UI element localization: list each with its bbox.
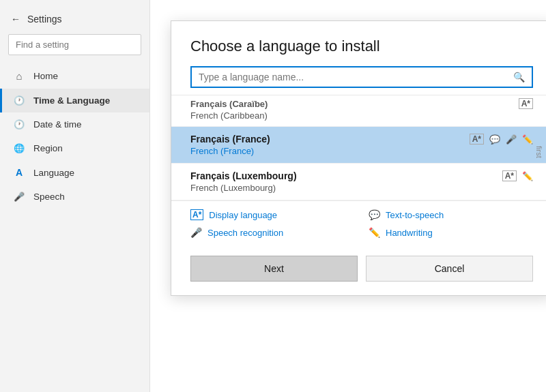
speech-recognition-icon: 🎤 [190, 227, 202, 238]
date-time-icon: 🕐 [13, 119, 25, 130]
handwriting-icon: ✏️ [369, 227, 380, 238]
feature-handwriting-label: Handwriting [386, 228, 433, 238]
language-search-input[interactable] [199, 72, 513, 82]
dialog-buttons: Next Cancel [171, 249, 546, 295]
lang-badge-edit: ✏️ [522, 171, 533, 181]
lang-badge-display: A* [470, 134, 484, 145]
lang-sub: French (France) [190, 146, 533, 156]
feature-speech-label: Speech recognition [207, 228, 283, 238]
sidebar-header: ← Settings [0, 7, 149, 30]
feature-text-to-speech: 💬 Text-to-speech [369, 209, 533, 220]
cancel-button[interactable]: Cancel [366, 256, 533, 282]
sidebar-title: Settings [27, 14, 62, 25]
lang-badge-edit: ✏️ [522, 134, 533, 145]
feature-handwriting: ✏️ Handwriting [369, 227, 533, 238]
lang-icons: A* ✏️ [502, 170, 533, 181]
speech-icon: 🎤 [13, 192, 25, 202]
lang-name: Français (Luxembourg) [190, 170, 297, 181]
lang-name: Français (Caraïbe) [190, 99, 268, 109]
language-install-dialog: Choose a language to install 🔍 Français … [171, 20, 546, 296]
search-icon: 🔍 [513, 72, 525, 82]
region-icon: 🌐 [13, 143, 25, 153]
lang-name: Français (France) [190, 134, 270, 145]
right-scroll-hint: first [532, 143, 546, 161]
sidebar-item-time-language-label: Time & Language [33, 95, 110, 106]
back-icon[interactable]: ← [11, 14, 20, 25]
language-icon: A [13, 167, 25, 178]
feature-tts-label: Text-to-speech [386, 210, 444, 220]
lang-badge-font: A* [519, 98, 533, 109]
list-item[interactable]: Français (France) A* 💬 🎤 ✏️ French (Fran… [171, 127, 546, 164]
sidebar-item-date-time-label: Date & time [33, 119, 82, 130]
features-grid: A* Display language 💬 Text-to-speech 🎤 S… [190, 209, 533, 238]
text-to-speech-icon: 💬 [369, 209, 380, 220]
sidebar-item-language[interactable]: A Language [0, 160, 149, 185]
sidebar-item-language-label: Language [33, 168, 74, 178]
language-list: Français (Caraïbe) A* French (Caribbean)… [171, 95, 546, 200]
sidebar-item-region-label: Region [33, 143, 63, 153]
dialog-title: Choose a language to install [171, 21, 546, 66]
language-search-container: 🔍 [190, 66, 533, 88]
display-language-icon: A* [190, 209, 203, 220]
sidebar-item-speech[interactable]: 🎤 Speech [0, 185, 149, 209]
main-content: Choose a language to install 🔍 Français … [150, 0, 546, 392]
lang-badge-mic: 🎤 [506, 134, 517, 145]
lang-badge-tts: 💬 [489, 134, 500, 145]
main-bg: Choose a language to install 🔍 Français … [150, 0, 546, 392]
list-item[interactable]: Français (Luxembourg) A* ✏️ French (Luxe… [171, 164, 546, 200]
lang-sub: French (Caribbean) [190, 110, 533, 121]
feature-display-language-label: Display language [209, 210, 277, 220]
feature-speech-recognition: 🎤 Speech recognition [190, 227, 355, 238]
time-language-icon: 🕐 [13, 95, 25, 106]
sidebar-item-region[interactable]: 🌐 Region [0, 136, 149, 160]
list-item[interactable]: Français (Caraïbe) A* French (Caribbean) [171, 95, 546, 127]
lang-badge-display: A* [502, 170, 517, 181]
sidebar-nav: ⌂ Home 🕐 Time & Language 🕐 Date & time 🌐… [0, 63, 149, 209]
sidebar-item-time-language[interactable]: 🕐 Time & Language [0, 89, 149, 112]
next-button[interactable]: Next [190, 256, 358, 282]
sidebar-item-home-label: Home [33, 71, 58, 81]
sidebar-search-input[interactable] [8, 34, 141, 55]
lang-icons: A* [519, 98, 533, 109]
sidebar-item-speech-label: Speech [33, 192, 65, 202]
lang-sub: French (Luxembourg) [190, 183, 533, 193]
home-icon: ⌂ [13, 70, 25, 82]
features-area: A* Display language 💬 Text-to-speech 🎤 S… [171, 200, 546, 249]
sidebar-item-date-time[interactable]: 🕐 Date & time [0, 112, 149, 136]
sidebar-item-home[interactable]: ⌂ Home [0, 63, 149, 89]
lang-icons: A* 💬 🎤 ✏️ [470, 134, 533, 145]
feature-display-language: A* Display language [190, 209, 355, 220]
sidebar: ← Settings ⌂ Home 🕐 Time & Language 🕐 Da… [0, 0, 150, 392]
